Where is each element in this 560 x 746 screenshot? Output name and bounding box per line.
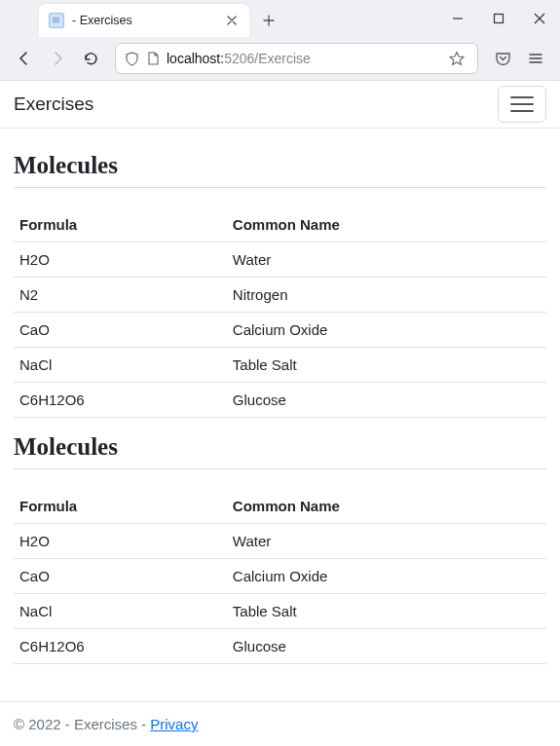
browser-toolbar: localhost:5206/Exercise [0,37,560,80]
shield-icon [124,51,139,66]
divider [14,468,546,469]
svg-rect-0 [495,15,504,23]
cell-formula: CaO [14,313,227,348]
url-bar[interactable]: localhost:5206/Exercise [115,43,478,74]
molecules-table: FormulaCommon NameH2OWaterCaOCalcium Oxi… [14,489,546,664]
divider [14,187,546,188]
nav-toggle-button[interactable] [498,86,546,123]
favicon-icon [49,13,64,28]
cell-formula: C6H12O6 [14,383,227,418]
close-window-button[interactable] [525,6,554,31]
main: MoleculesFormulaCommon NameH2OWaterN2Nit… [0,129,560,701]
footer: © 2022 - Exercises - Privacy [0,701,560,746]
minimize-button[interactable] [443,6,472,31]
column-header: Common Name [227,489,546,524]
table-row: NaClTable Salt [14,348,546,383]
table-row: NaClTable Salt [14,594,546,629]
cell-formula: CaO [14,559,227,594]
table-row: H2OWater [14,524,546,559]
cell-formula: N2 [14,278,227,313]
page-icon [145,51,161,66]
brand[interactable]: Exercises [14,93,93,115]
privacy-link[interactable]: Privacy [150,716,198,732]
pocket-icon[interactable] [488,44,517,73]
close-icon[interactable] [224,13,240,28]
tab-bar: - Exercises [0,0,560,37]
cell-formula: H2O [14,242,227,278]
app-header: Exercises [0,81,560,129]
column-header: Formula [14,207,227,242]
new-tab-button[interactable] [255,7,282,34]
table-row: N2Nitrogen [14,278,546,313]
column-header: Formula [14,489,227,524]
maximize-button[interactable] [484,6,513,31]
reload-button[interactable] [76,44,105,73]
browser-chrome: - Exercises [0,0,560,81]
cell-formula: H2O [14,524,227,559]
cell-common-name: Glucose [227,383,546,418]
bookmark-icon[interactable] [444,46,469,71]
molecules-table: FormulaCommon NameH2OWaterN2NitrogenCaOC… [14,207,546,418]
cell-common-name: Calcium Oxide [227,559,546,594]
table-row: C6H12O6Glucose [14,629,546,664]
section-heading: Molecules [14,433,546,461]
table-row: CaOCalcium Oxide [14,559,546,594]
cell-common-name: Nitrogen [227,278,546,313]
cell-formula: NaCl [14,348,227,383]
page-content: Exercises MoleculesFormulaCommon NameH2O… [0,81,560,746]
column-header: Common Name [227,207,546,242]
cell-common-name: Glucose [227,629,546,664]
table-row: CaOCalcium Oxide [14,313,546,348]
tab-title: - Exercises [72,14,132,27]
cell-common-name: Water [227,242,546,278]
cell-formula: C6H12O6 [14,629,227,664]
footer-text: © 2022 - Exercises - [14,716,150,732]
back-button[interactable] [10,44,39,73]
forward-button[interactable] [43,44,72,73]
app-menu-button[interactable] [521,44,550,73]
cell-common-name: Table Salt [227,348,546,383]
table-row: H2OWater [14,242,546,278]
url-text: localhost:5206/Exercise [167,51,311,66]
section-heading: Molecules [14,152,546,179]
window-controls [443,6,554,31]
table-row: C6H12O6Glucose [14,383,546,418]
cell-common-name: Water [227,524,546,559]
cell-formula: NaCl [14,594,227,629]
cell-common-name: Calcium Oxide [227,313,546,348]
browser-tab[interactable]: - Exercises [39,4,249,37]
cell-common-name: Table Salt [227,594,546,629]
